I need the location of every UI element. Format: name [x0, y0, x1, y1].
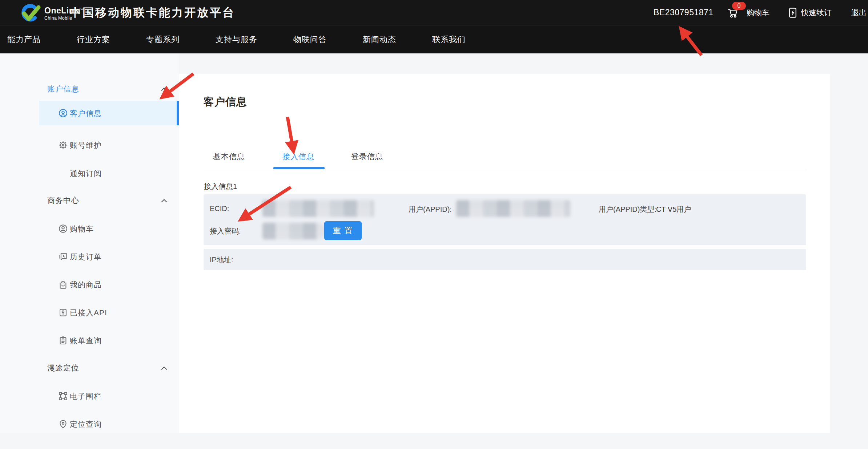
- sidebar-item-geo-fence[interactable]: 电子围栏: [39, 384, 178, 408]
- user-circle-icon: [58, 108, 68, 118]
- tab-access-info[interactable]: 接入信息: [282, 151, 314, 162]
- top-bar: OneLink™ China Mobile 中国移动物联卡能力开放平台 BE23…: [0, 0, 868, 25]
- ip-address-label: IP地址:: [210, 255, 233, 265]
- appid-type-value: CT V5用户: [656, 205, 691, 214]
- logout-link[interactable]: 退出: [851, 0, 867, 25]
- reset-password-button[interactable]: 重 置: [324, 221, 362, 240]
- sidebar-item-cart[interactable]: 购物车: [39, 217, 178, 241]
- access-password-label: 接入密码:: [210, 226, 241, 236]
- nav-item-news[interactable]: 新闻动态: [363, 34, 396, 45]
- nav-item-support[interactable]: 支持与服务: [216, 34, 257, 45]
- page: OneLink™ China Mobile 中国移动物联卡能力开放平台 BE23…: [0, 0, 868, 449]
- sidebar-group-business-center[interactable]: 商务中心: [39, 188, 178, 213]
- sidebar-item-account-maintenance[interactable]: 账号维护: [39, 133, 178, 157]
- history-icon: [58, 252, 68, 262]
- chevron-up-icon: [161, 365, 167, 370]
- access-info-section-label: 接入信息1: [204, 182, 237, 191]
- chevron-up-icon: [161, 198, 167, 203]
- sidebar-item-location-query[interactable]: 定位查询: [39, 412, 178, 436]
- tab-login-info[interactable]: 登录信息: [351, 151, 383, 162]
- cart-badge: 0: [732, 2, 746, 10]
- ecid-label: ECID:: [210, 205, 229, 213]
- active-tab-underline: [273, 167, 325, 169]
- main-nav: 能力产品 行业方案 专题系列 支持与服务 物联问答 新闻动态 联系我们: [0, 25, 868, 53]
- bill-icon: [58, 336, 68, 345]
- user-circle-icon: [58, 224, 68, 234]
- content-card: 客户信息 基本信息 接入信息 登录信息 接入信息1 ECID: 用户(APPID…: [179, 74, 830, 433]
- nav-item-contact[interactable]: 联系我们: [432, 34, 466, 45]
- quick-renew-icon[interactable]: [787, 0, 798, 25]
- shopping-bag-icon: [58, 280, 68, 290]
- ecid-value-redacted: [262, 200, 374, 217]
- api-key-icon: [58, 308, 68, 317]
- access-password-value-redacted: [262, 223, 325, 239]
- sidebar: 账户信息 客户信息 账号维护 通知订: [0, 53, 179, 433]
- appid-label: 用户(APPID):: [409, 205, 452, 214]
- nav-item-solutions[interactable]: 行业方案: [77, 34, 110, 45]
- page-title: 客户信息: [204, 95, 247, 109]
- access-info-panel: ECID: 用户(APPID): 用户(APPID)类型: CT V5用户 接入…: [204, 194, 806, 245]
- nav-item-series[interactable]: 专题系列: [146, 34, 180, 45]
- nav-item-qa[interactable]: 物联问答: [293, 34, 327, 45]
- fence-icon: [58, 391, 68, 401]
- location-pin-icon: [58, 419, 68, 429]
- tab-basic-info[interactable]: 基本信息: [213, 151, 245, 162]
- site-title: 中国移动物联卡能力开放平台: [70, 0, 235, 25]
- sidebar-item-history-orders[interactable]: 历史订单: [39, 244, 178, 269]
- account-id[interactable]: BE2307951871: [654, 0, 714, 25]
- quick-renew-link[interactable]: 快速续订: [801, 0, 832, 25]
- sidebar-item-connected-api[interactable]: 已接入API: [39, 300, 178, 325]
- cart-link[interactable]: 购物车: [747, 0, 769, 25]
- onelink-logo-icon: [17, 3, 41, 24]
- appid-type-label: 用户(APPID)类型:: [599, 205, 656, 214]
- gear-icon: [58, 140, 68, 150]
- sidebar-item-customer-info[interactable]: 客户信息: [39, 101, 178, 125]
- sidebar-item-bill-query[interactable]: 账单查询: [39, 328, 178, 353]
- sidebar-item-my-products[interactable]: 我的商品: [39, 272, 178, 297]
- chevron-up-icon: [161, 86, 167, 91]
- ip-address-panel: IP地址:: [204, 249, 806, 270]
- nav-item-products[interactable]: 能力产品: [7, 34, 41, 45]
- sidebar-group-account-info[interactable]: 账户信息: [39, 77, 178, 101]
- appid-value-redacted: [456, 200, 570, 217]
- sidebar-group-mantu-location[interactable]: 漫途定位: [39, 356, 178, 380]
- sidebar-item-notify-subscribe[interactable]: 通知订阅: [39, 161, 178, 186]
